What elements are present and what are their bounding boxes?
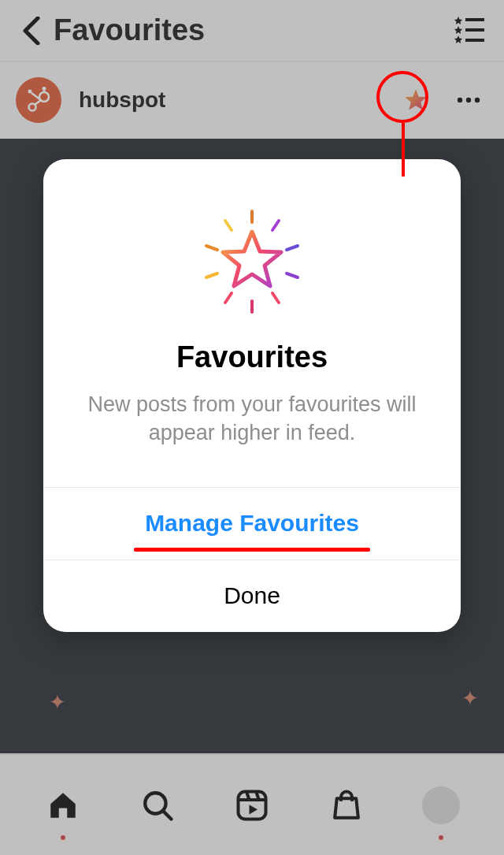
svg-line-28 [272,293,279,303]
post-header: hubspot [0,61,504,139]
more-options-button[interactable] [449,80,488,120]
more-horizontal-icon [457,97,480,103]
svg-point-9 [28,90,32,94]
annotation-underline [134,548,370,552]
svg-line-26 [287,246,298,250]
nav-reels[interactable] [228,782,276,829]
page-title: Favourites [54,13,205,47]
back-button[interactable] [16,15,47,46]
profile-avatar-icon [422,786,460,824]
sparkle-icon: ✦ [49,690,66,715]
svg-marker-2 [454,26,462,34]
svg-line-27 [287,273,298,277]
notification-dot [61,835,65,840]
star-burst-icon [197,206,307,317]
svg-line-12 [35,100,41,105]
username-label[interactable]: hubspot [79,87,165,113]
modal-title: Favourites [67,340,437,374]
svg-line-25 [272,221,279,230]
nav-profile[interactable] [417,782,465,829]
modal-description: New posts from your favourites will appe… [67,390,437,448]
svg-marker-4 [454,35,462,43]
feed-options-button[interactable] [450,12,488,50]
svg-marker-13 [405,89,427,110]
nav-shop[interactable] [323,782,370,829]
modal-body: Favourites New posts from your favourite… [43,159,461,487]
svg-line-33 [225,221,232,230]
nav-search[interactable] [134,782,181,829]
manage-favourites-button[interactable]: Manage Favourites [43,487,461,559]
svg-line-30 [225,293,232,303]
notification-dot [439,835,443,840]
hubspot-logo-icon [25,87,52,113]
favourite-star-button[interactable] [392,76,439,124]
avatar[interactable] [16,77,61,123]
svg-point-15 [466,98,471,102]
svg-rect-3 [465,28,484,32]
reels-icon [235,789,269,822]
svg-rect-19 [239,791,266,819]
svg-rect-5 [465,39,484,42]
favourites-modal: Favourites New posts from your favourite… [43,159,461,632]
search-icon [141,789,174,822]
star-list-icon [454,17,485,45]
bottom-nav [0,754,504,855]
svg-marker-23 [250,805,258,814]
svg-point-16 [475,98,480,102]
shopping-bag-icon [330,789,363,822]
sparkle-icon: ✦ [461,686,479,711]
svg-marker-34 [223,232,281,286]
svg-line-32 [206,246,217,250]
star-filled-icon [404,88,428,112]
done-button[interactable]: Done [43,559,461,632]
svg-marker-0 [454,17,462,24]
chevron-left-icon [22,17,41,45]
svg-line-31 [206,273,217,277]
app-header: Favourites [0,0,504,61]
manage-favourites-label: Manage Favourites [145,510,359,537]
done-label: Done [224,582,280,609]
svg-line-18 [163,811,172,820]
home-icon [46,789,80,822]
svg-rect-1 [465,18,484,21]
svg-point-14 [458,98,462,102]
svg-point-8 [43,87,46,91]
nav-home[interactable] [39,782,87,829]
